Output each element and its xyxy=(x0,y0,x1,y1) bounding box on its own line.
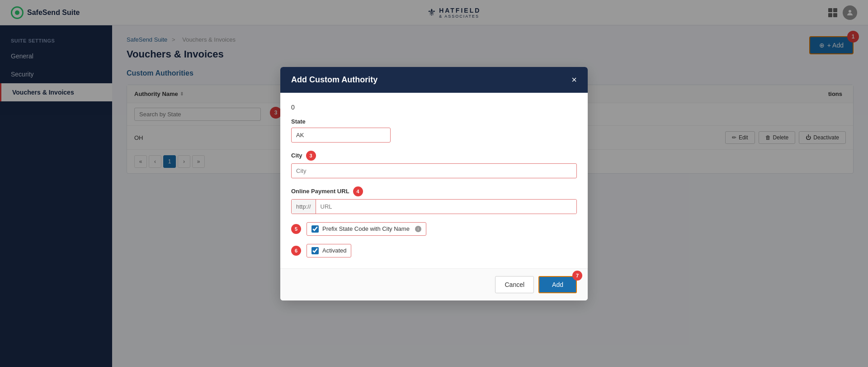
url-prefix: http:// xyxy=(292,200,316,214)
cancel-button[interactable]: Cancel xyxy=(495,276,534,293)
add-authority-modal: Add Custom Authority × 0 State AKALARAZC… xyxy=(280,67,588,300)
state-select[interactable]: AKALARAZCACOCTDEFLGAHIIAIDILINKSKYLAMAMD… xyxy=(291,128,391,143)
step-badge-4: 4 xyxy=(353,186,363,196)
url-input-group: http:// xyxy=(291,199,577,214)
prefix-group: 5 Prefix State Code with City Name i xyxy=(291,222,577,236)
activated-checkbox[interactable] xyxy=(311,247,319,254)
city-group: City 3 xyxy=(291,151,577,178)
step-badge-6: 6 xyxy=(291,246,301,256)
form-count: 0 xyxy=(291,104,577,111)
modal-title: Add Custom Authority xyxy=(291,75,377,85)
activated-checkbox-label: Activated xyxy=(322,247,346,254)
modal-add-button[interactable]: Add xyxy=(538,276,577,293)
modal-body: 0 State AKALARAZCACOCTDEFLGAHIIAIDILINKS… xyxy=(280,93,588,268)
modal-header: Add Custom Authority × xyxy=(280,67,588,93)
prefix-checkbox-row: Prefix State Code with City Name i xyxy=(307,222,426,236)
prefix-checkbox-label: Prefix State Code with City Name xyxy=(322,225,410,232)
url-group: Online Payment URL 4 http:// xyxy=(291,186,577,214)
step-badge-7: 7 xyxy=(572,271,582,281)
city-label: City xyxy=(291,152,302,159)
city-input[interactable] xyxy=(291,163,577,178)
url-input[interactable] xyxy=(316,200,576,214)
modal-footer: Cancel 7 Add xyxy=(280,268,588,300)
info-icon[interactable]: i xyxy=(415,226,421,232)
state-group: State AKALARAZCACOCTDEFLGAHIIAIDILINKSKY… xyxy=(291,118,577,143)
modal-close-button[interactable]: × xyxy=(571,75,577,84)
prefix-checkbox[interactable] xyxy=(311,225,319,233)
activated-checkbox-row: Activated xyxy=(307,244,351,257)
activated-group: 6 Activated xyxy=(291,244,577,257)
url-label: Online Payment URL xyxy=(291,188,349,195)
state-label: State xyxy=(291,118,577,125)
step-badge-5: 5 xyxy=(291,224,301,234)
modal-overlay[interactable]: Add Custom Authority × 0 State AKALARAZC… xyxy=(0,0,868,367)
step-badge-3-modal: 3 xyxy=(306,151,316,161)
